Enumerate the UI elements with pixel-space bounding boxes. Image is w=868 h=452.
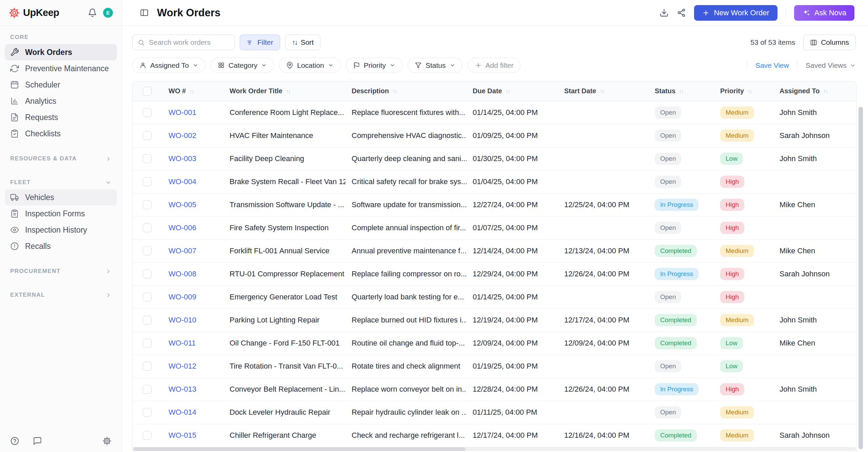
sidebar-item-work-orders[interactable]: Work Orders bbox=[5, 44, 117, 60]
search-box bbox=[132, 35, 235, 50]
sidebar-item-inspection-history[interactable]: Inspection History bbox=[5, 222, 117, 238]
row-checkbox[interactable] bbox=[143, 131, 152, 140]
sidebar-item-analytics[interactable]: Analytics bbox=[5, 93, 117, 109]
table-row[interactable]: WO-008 RTU-01 Compressor Replacement Rep… bbox=[133, 262, 856, 286]
saved-views-button[interactable]: Saved Views bbox=[806, 61, 856, 70]
row-checkbox[interactable] bbox=[143, 408, 152, 417]
work-order-link[interactable]: WO-015 bbox=[169, 431, 196, 439]
table-row[interactable]: WO-005 Transmission Software Update - ..… bbox=[133, 193, 856, 216]
table-row[interactable]: WO-004 Brake System Recall - Fleet Van 1… bbox=[133, 170, 856, 193]
ask-nova-button[interactable]: Ask Nova bbox=[794, 5, 854, 21]
chevron-down-icon bbox=[261, 62, 267, 68]
row-checkbox[interactable] bbox=[143, 431, 152, 440]
add-filter-button[interactable]: Add filter bbox=[468, 58, 521, 73]
upkeep-logo: UpKeep bbox=[9, 7, 59, 18]
download-icon[interactable] bbox=[659, 8, 669, 17]
column-header-status[interactable]: Status↑↓ bbox=[649, 81, 714, 101]
table-row[interactable]: WO-015 Chiller Refrigerant Charge Check … bbox=[133, 424, 856, 447]
search-input[interactable] bbox=[149, 38, 229, 46]
help-icon[interactable] bbox=[10, 436, 19, 446]
section-label-fleet[interactable]: FLEET bbox=[5, 175, 117, 189]
sort-arrows-icon: ↑↓ bbox=[189, 88, 194, 95]
row-checkbox[interactable] bbox=[143, 270, 152, 278]
table-row[interactable]: WO-010 Parking Lot Lighting Repair Repla… bbox=[133, 309, 856, 332]
work-order-link[interactable]: WO-014 bbox=[169, 408, 196, 416]
filter-chip-assigned-to[interactable]: Assigned To bbox=[132, 58, 205, 73]
filter-chip-priority[interactable]: Priority bbox=[346, 58, 402, 73]
work-order-link[interactable]: WO-005 bbox=[169, 200, 196, 209]
notifications-bell-icon[interactable] bbox=[88, 8, 97, 17]
table-row[interactable]: WO-011 Oil Change - Ford F-150 FLT-001 R… bbox=[133, 332, 856, 355]
work-order-link[interactable]: WO-002 bbox=[169, 131, 196, 140]
column-header-due-date[interactable]: Due Date↑↓ bbox=[467, 81, 558, 101]
status-badge: Open bbox=[655, 406, 681, 418]
table-row[interactable]: WO-014 Dock Leveler Hydraulic Repair Rep… bbox=[133, 401, 856, 424]
work-order-link[interactable]: WO-003 bbox=[169, 154, 196, 163]
save-view-button[interactable]: Save View bbox=[755, 61, 789, 70]
work-order-link[interactable]: WO-008 bbox=[169, 270, 196, 278]
filter-button[interactable]: Filter bbox=[240, 35, 280, 50]
row-checkbox[interactable] bbox=[143, 385, 152, 394]
section-label-external[interactable]: EXTERNAL bbox=[5, 288, 117, 302]
sidebar-item-scheduler[interactable]: Scheduler bbox=[5, 77, 117, 93]
table-row[interactable]: WO-001 Conference Room Light Replace... … bbox=[133, 101, 856, 124]
table-row[interactable]: WO-009 Emergency Generator Load Test Qua… bbox=[133, 286, 856, 309]
new-work-order-button[interactable]: New Work Order bbox=[694, 5, 777, 21]
work-order-link[interactable]: WO-013 bbox=[169, 385, 196, 393]
chat-icon[interactable] bbox=[33, 436, 42, 446]
select-all-checkbox[interactable] bbox=[143, 87, 152, 96]
work-order-link[interactable]: WO-006 bbox=[169, 223, 196, 232]
sort-arrows-icon: ↑↓ bbox=[292, 38, 297, 46]
row-checkbox[interactable] bbox=[143, 223, 152, 232]
settings-gear-icon[interactable] bbox=[102, 436, 112, 446]
table-row[interactable]: WO-012 Tire Rotation - Transit Van FLT-0… bbox=[133, 355, 856, 378]
share-icon[interactable] bbox=[677, 8, 686, 17]
sidebar-item-inspection-forms[interactable]: Inspection Forms bbox=[5, 205, 117, 222]
vertical-scrollbar[interactable] bbox=[859, 107, 863, 449]
sidebar-item-vehicles[interactable]: Vehicles bbox=[5, 189, 117, 205]
sidebar-item-checklists[interactable]: Checklists bbox=[5, 125, 117, 142]
horizontal-scrollbar[interactable] bbox=[133, 447, 856, 451]
work-order-link[interactable]: WO-001 bbox=[169, 108, 196, 117]
row-checkbox[interactable] bbox=[143, 293, 152, 301]
row-checkbox[interactable] bbox=[143, 247, 152, 255]
status-badge: In Progress bbox=[655, 268, 698, 280]
column-header-priority[interactable]: Priority↑↓ bbox=[714, 81, 773, 101]
section-label-procurement[interactable]: PROCUREMENT bbox=[5, 264, 117, 278]
sidebar-item-requests[interactable]: Requests bbox=[5, 109, 117, 125]
table-row[interactable]: WO-006 Fire Safety System Inspection Com… bbox=[133, 216, 856, 239]
start-date-cell: 12/17/24, 04:00 PM bbox=[558, 309, 649, 332]
sidebar-item-recalls[interactable]: Recalls bbox=[5, 238, 117, 254]
row-checkbox[interactable] bbox=[143, 108, 152, 117]
filter-chip-location[interactable]: Location bbox=[279, 58, 340, 73]
column-header-assigned-to[interactable]: Assigned To↑↓ bbox=[773, 81, 856, 101]
work-order-link[interactable]: WO-010 bbox=[169, 316, 196, 324]
work-order-link[interactable]: WO-004 bbox=[169, 177, 196, 186]
column-header-start-date[interactable]: Start Date↑↓ bbox=[558, 81, 649, 101]
work-order-link[interactable]: WO-012 bbox=[169, 362, 196, 370]
table-row[interactable]: WO-002 HVAC Filter Maintenance Comprehen… bbox=[133, 124, 856, 147]
user-avatar[interactable]: E bbox=[103, 8, 113, 18]
columns-button[interactable]: Columns bbox=[803, 35, 856, 50]
table-row[interactable]: WO-007 Forklift FL-001 Annual Service An… bbox=[133, 239, 856, 262]
sidebar-toggle-icon[interactable] bbox=[140, 8, 149, 17]
filter-chip-category[interactable]: Category bbox=[211, 58, 274, 73]
work-order-link[interactable]: WO-009 bbox=[169, 293, 196, 301]
row-checkbox[interactable] bbox=[143, 362, 152, 371]
column-header-description[interactable]: Description↑↓ bbox=[346, 81, 467, 101]
work-order-link[interactable]: WO-007 bbox=[169, 247, 196, 255]
table-row[interactable]: WO-003 Facility Deep Cleaning Quarterly … bbox=[133, 147, 856, 170]
table-row[interactable]: WO-013 Conveyor Belt Replacement - Lin..… bbox=[133, 378, 856, 401]
sidebar-item-preventive-maintenance[interactable]: Preventive Maintenance bbox=[5, 60, 117, 77]
sort-button[interactable]: ↑↓ Sort bbox=[285, 35, 321, 50]
filter-chip-status[interactable]: Status bbox=[408, 58, 462, 73]
row-checkbox[interactable] bbox=[143, 177, 152, 186]
column-header-wo[interactable]: WO #↑↓ bbox=[162, 81, 223, 101]
row-checkbox[interactable] bbox=[143, 339, 152, 348]
row-checkbox[interactable] bbox=[143, 316, 152, 325]
row-checkbox[interactable] bbox=[143, 200, 152, 209]
column-header-title[interactable]: Work Order Title↑↓ bbox=[223, 81, 346, 101]
row-checkbox[interactable] bbox=[143, 154, 152, 163]
section-label-resources-data[interactable]: RESOURCES & DATA bbox=[5, 151, 117, 165]
work-order-link[interactable]: WO-011 bbox=[169, 339, 196, 347]
